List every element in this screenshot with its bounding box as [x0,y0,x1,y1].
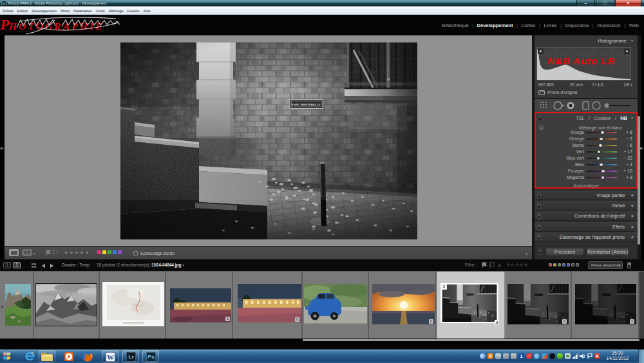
svg-text:W: W [107,353,114,361]
svg-text:P: P [0,16,10,33]
svg-text:≥: ≥ [498,263,501,268]
